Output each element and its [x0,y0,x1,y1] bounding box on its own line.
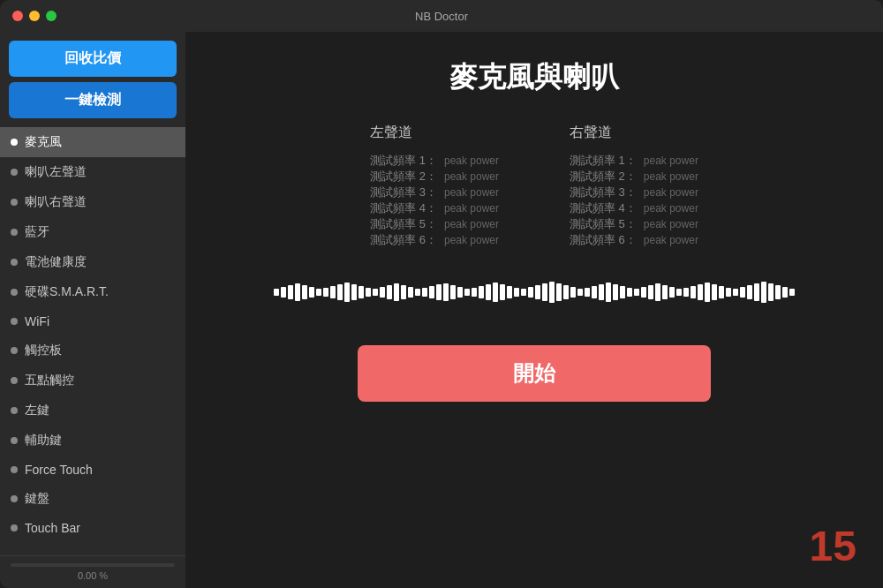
sidebar-item-label-7: 觸控板 [25,343,62,358]
left-freq-value-0: peak power [444,155,499,167]
sidebar-dot-8 [11,377,18,384]
traffic-lights [12,11,57,21]
sidebar-item-13[interactable]: Touch Bar [0,514,185,542]
right-freq-value-2: peak power [644,186,698,199]
title-bar: NB Doctor [0,0,883,32]
sidebar-item-3[interactable]: 藍牙 [0,217,185,247]
left-freq-row-0: 測試頻率 1：peak power [370,153,499,169]
right-freq-row-2: 測試頻率 3：peak power [570,185,698,200]
sidebar-item-label-8: 五點觸控 [25,373,74,388]
wave-bar-3 [295,283,300,301]
wave-bar-68 [754,283,759,301]
waveform-display [278,275,790,310]
sidebar-dot-5 [11,289,18,296]
wave-bar-31 [493,283,498,302]
sidebar-dot-7 [11,347,18,354]
sidebar-dot-0 [11,139,18,146]
sidebar-item-label-6: WiFi [25,314,49,328]
sidebar-item-6[interactable]: WiFi [0,307,185,335]
wave-bar-52 [641,287,646,298]
sidebar-item-1[interactable]: 喇叭左聲道 [0,157,185,187]
waveform-bars [274,282,795,303]
wave-bar-48 [613,284,618,300]
left-freq-value-4: peak power [444,218,499,230]
frequency-grid: 左聲道 測試頻率 1：peak power測試頻率 2：peak power測試… [221,124,848,248]
wave-bar-29 [479,286,484,298]
sidebar-dot-11 [11,466,18,473]
close-button[interactable] [12,11,23,21]
left-freq-value-2: peak power [444,186,499,199]
sidebar-item-label-2: 喇叭右聲道 [25,194,87,210]
sidebar-dot-13 [11,524,18,531]
sidebar-item-12[interactable]: 鍵盤 [0,484,185,514]
sidebar-item-5[interactable]: 硬碟S.M.A.R.T. [0,277,185,307]
wave-bar-39 [549,282,555,303]
wave-bar-36 [528,287,533,298]
wave-bar-51 [634,289,639,296]
start-button[interactable]: 開始 [358,345,711,402]
wave-bar-15 [380,287,385,298]
sidebar-item-label-13: Touch Bar [25,521,80,535]
wave-bar-35 [521,289,526,296]
sidebar-dot-2 [11,199,18,206]
sidebar-dot-10 [11,437,18,444]
sidebar-item-label-9: 左鍵 [25,403,49,418]
sidebar-item-9[interactable]: 左鍵 [0,396,185,426]
recycle-button[interactable]: 回收比價 [9,41,177,77]
wave-bar-41 [563,285,569,299]
left-freq-label-1: 測試頻率 2： [370,169,437,185]
wave-bar-40 [556,283,562,301]
sidebar-dot-4 [11,259,18,266]
wave-bar-23 [436,284,442,300]
wave-bar-22 [429,286,434,298]
right-freq-value-1: peak power [644,170,698,183]
left-channel-title: 左聲道 [370,124,499,142]
sidebar-item-2[interactable]: 喇叭右聲道 [0,187,185,217]
sidebar-item-7[interactable]: 觸控板 [0,335,185,366]
right-freq-value-4: peak power [644,218,698,230]
wave-bar-20 [415,289,420,296]
progress-bar-container [11,563,175,567]
sidebar-item-label-5: 硬碟S.M.A.R.T. [25,284,109,300]
wave-bar-72 [782,287,788,298]
sidebar-item-label-4: 電池健康度 [25,254,87,270]
sidebar-items: 麥克風喇叭左聲道喇叭右聲道藍牙電池健康度硬碟S.M.A.R.T.WiFi觸控板五… [0,127,185,555]
sidebar-item-label-12: 鍵盤 [25,491,49,507]
wave-bar-19 [408,287,413,298]
wave-bar-7 [323,288,328,297]
wave-bar-16 [387,285,392,299]
right-freq-label-0: 測試頻率 1： [570,153,637,169]
wave-bar-58 [683,288,689,297]
wave-bar-5 [309,287,314,298]
wave-bar-37 [535,285,540,299]
left-freq-row-2: 測試頻率 3：peak power [370,185,499,200]
wave-bar-33 [507,286,512,298]
wave-bar-11 [351,284,357,300]
wave-bar-28 [472,288,477,297]
sidebar-item-4[interactable]: 電池健康度 [0,247,185,277]
sidebar-item-11[interactable]: Force Touch [0,456,185,484]
sidebar-item-0[interactable]: 麥克風 [0,127,185,157]
sidebar-item-label-11: Force Touch [25,463,93,477]
number-badge: 15 [810,522,857,570]
wave-bar-26 [457,287,463,298]
right-freq-row-0: 測試頻率 1：peak power [570,153,698,169]
sidebar-item-label-1: 喇叭左聲道 [25,164,87,180]
wave-bar-63 [719,286,724,298]
wave-bar-25 [450,285,456,299]
minimize-button[interactable] [29,11,40,21]
right-freq-value-0: peak power [644,155,698,167]
left-freq-value-5: peak power [444,234,499,246]
wave-bar-13 [366,288,371,297]
wave-bar-53 [648,285,653,299]
sidebar-item-10[interactable]: 輔助鍵 [0,426,185,456]
scan-button[interactable]: 一鍵檢測 [9,82,177,118]
maximize-button[interactable] [46,11,57,21]
wave-bar-32 [500,284,505,300]
sidebar-dot-3 [11,229,18,236]
wave-bar-73 [789,289,795,296]
sidebar-item-8[interactable]: 五點觸控 [0,366,185,396]
wave-bar-57 [676,289,682,296]
wave-bar-1 [281,287,286,298]
wave-bar-9 [337,284,343,300]
